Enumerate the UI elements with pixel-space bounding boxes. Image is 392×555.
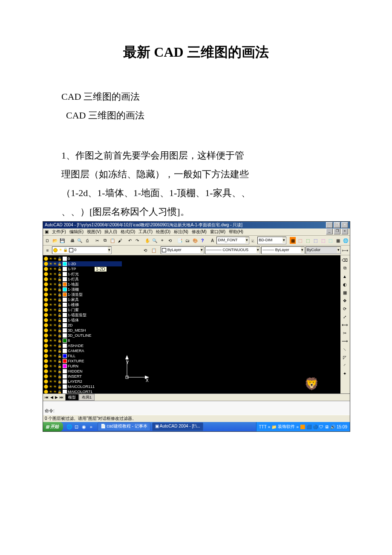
layer-row[interactable]: ☀☀🔓1-墙面造型	[43, 312, 122, 318]
menu-help[interactable]: 帮助(H)	[229, 228, 243, 235]
tray-icon-1[interactable]: 🟧	[300, 425, 305, 429]
tab-last-icon[interactable]: ⏭	[59, 395, 64, 399]
properties-icon[interactable]: 📑	[176, 237, 183, 244]
menu-format[interactable]: 格式(O)	[121, 228, 135, 235]
chamfer-icon[interactable]: ◸	[341, 353, 349, 361]
fillet-icon[interactable]: ◜	[341, 361, 349, 369]
layer-row[interactable]: ☀☀🔓1-顶棚	[43, 287, 122, 292]
tray-folder-icon[interactable]: 📁	[271, 425, 277, 429]
match-icon[interactable]: 🖌	[117, 237, 124, 244]
cut-icon[interactable]: ✂	[94, 237, 101, 244]
dimstyle-combo[interactable]: BD-DIM	[257, 237, 286, 244]
menu-tools[interactable]: 工具(T)	[138, 228, 153, 235]
tray-icon-4[interactable]: 🛡	[319, 425, 323, 429]
layer-row[interactable]: ☀☀🔓FURN	[43, 364, 122, 369]
layer-row[interactable]: ☀☀🔓FIXTURE	[43, 358, 122, 364]
zoom-prev-icon[interactable]: ⟲	[167, 237, 173, 244]
textstyle-combo[interactable]: DIM_FONT	[216, 237, 249, 244]
layer-row[interactable]: ☀☀🔓1-2D	[43, 261, 122, 266]
tray-icon-6[interactable]: 🔊	[330, 425, 335, 429]
layer-row[interactable]: ☀☀🔓HIDDEN	[43, 369, 122, 374]
layer-row[interactable]: ☀☀🔓INSERT	[43, 374, 122, 379]
maximize-button[interactable]: ❐	[334, 222, 340, 228]
layer-row[interactable]: ☀☀🔓1-TP	[43, 266, 122, 272]
layer-row[interactable]: ☀☀🔓MAICOLOR71	[43, 389, 122, 393]
layer-prev-icon[interactable]: ⟲	[142, 246, 149, 254]
tray-more-icon[interactable]: »	[268, 425, 271, 429]
extend-icon[interactable]: ⟶	[341, 337, 349, 345]
taskbar-notepad[interactable]: 📄 cad建模教程 - 记事本	[98, 422, 150, 431]
layer-row[interactable]: ☀☀🔓FILL	[43, 353, 122, 358]
array-icon[interactable]: ▦	[341, 289, 349, 296]
tab-next-icon[interactable]: ▶	[54, 395, 59, 399]
layer-row[interactable]: ☀☀🔓1-地面	[43, 282, 122, 287]
ime-indicator[interactable]: TTT	[259, 425, 267, 429]
trim-icon[interactable]: ✂	[341, 329, 349, 337]
viewport2-icon[interactable]: ⬚	[297, 237, 304, 244]
tray-group-label[interactable]: 装饰软件	[278, 424, 295, 430]
layer-row[interactable]: ☀☀🔓1-墙体	[43, 318, 122, 323]
offset-icon[interactable]: ◐	[341, 280, 349, 288]
menu-view[interactable]: 视图(V)	[87, 228, 101, 235]
print-icon[interactable]: 🖶	[69, 237, 76, 244]
lineweight-combo[interactable]: ——— ByLayer	[261, 246, 305, 254]
layers-manager-icon[interactable]: ≡	[44, 246, 51, 254]
redo-icon[interactable]: ↷	[134, 237, 141, 244]
toolpalette-icon[interactable]: 🎨	[192, 237, 199, 244]
zoom-win-icon[interactable]: ⌖	[159, 237, 166, 244]
open-icon[interactable]: 📂	[52, 237, 58, 244]
viewport4-icon[interactable]: ⬚	[312, 237, 319, 244]
minimize-button[interactable]: _	[326, 222, 333, 228]
viewport3-icon[interactable]: ⬚	[305, 237, 311, 244]
tray-icon-2[interactable]: 🟦	[306, 425, 311, 429]
tray-icon-5[interactable]: 🖥	[325, 425, 329, 429]
menu-draw[interactable]: 绘图(D)	[156, 228, 170, 235]
publish-icon[interactable]: ⎙	[84, 237, 91, 244]
move-icon[interactable]: ✥	[341, 297, 349, 304]
mdi-minimize-button[interactable]: _	[326, 228, 333, 234]
save-icon[interactable]: 💾	[59, 237, 66, 244]
close-button[interactable]: ×	[341, 222, 348, 228]
layer-combo[interactable]: ☀ 🔒 0	[52, 246, 112, 254]
viewport-icon[interactable]: ▦	[289, 237, 296, 244]
assistant-lion-icon[interactable]: 🦁	[304, 377, 319, 391]
explode-icon[interactable]: ✦	[341, 370, 349, 377]
menu-dimension[interactable]: 标注(N)	[174, 228, 188, 235]
layer-row[interactable]: ☀☀🔓1-顶造型	[43, 292, 122, 297]
layer-row[interactable]: ☀☀🔓2D	[43, 323, 122, 328]
copy2-icon[interactable]: ⧉	[341, 264, 349, 272]
designcenter-icon[interactable]: 🗂	[184, 237, 191, 244]
erase-icon[interactable]: ⌫	[341, 256, 349, 264]
pan-icon[interactable]: ✋	[144, 237, 151, 244]
command-area[interactable]: 命令:	[43, 401, 350, 415]
scale-icon[interactable]: ⤢	[341, 313, 349, 321]
quicklaunch-more-icon[interactable]: »	[88, 424, 94, 430]
copy-icon[interactable]: ⧉	[101, 237, 108, 244]
stretch-icon[interactable]: ⟷	[341, 321, 349, 329]
layer-row[interactable]: ☀☀🔓1-家具	[43, 297, 122, 302]
quicklaunch-media-icon[interactable]: ◉	[81, 424, 87, 430]
menu-file[interactable]: 文件(F)	[52, 228, 66, 235]
tab-prev-icon[interactable]: ◀	[49, 395, 54, 399]
color-combo[interactable]: ByLayer	[161, 246, 204, 254]
quicklaunch-desktop-icon[interactable]: ⊡	[74, 424, 80, 430]
layer-row[interactable]: ☀☀🔓3D_MESH	[43, 328, 122, 333]
menu-window[interactable]: 窗口(W)	[210, 228, 225, 235]
paste-icon[interactable]: 📋	[109, 237, 116, 244]
tab-first-icon[interactable]: ⏮	[44, 395, 49, 399]
layer-dropdown-panel[interactable]: 1-2D ☀☀🔓0☀☀🔓1-2D☀☀🔓1-TP☀☀🔓1-灯光☀☀🔓1-灯具☀☀🔓…	[43, 255, 122, 393]
menu-modify[interactable]: 修改(M)	[192, 228, 207, 235]
new-icon[interactable]: 🗋	[44, 237, 51, 244]
clock[interactable]: 15:09	[337, 425, 347, 429]
start-button[interactable]: ⊞ 开始	[43, 422, 63, 431]
model-space[interactable]: Y X 🦁	[122, 255, 340, 393]
viewport7-icon[interactable]: ▦	[335, 237, 342, 244]
linetype-combo[interactable]: ———— CONTINUOUS	[205, 246, 260, 254]
layer-row[interactable]: ☀☀🔓MAICOLOR111	[43, 384, 122, 389]
zoom-rt-icon[interactable]: 🔍	[152, 237, 159, 244]
mirror-icon[interactable]: ▲	[341, 272, 349, 280]
tray-more2-icon[interactable]: »	[296, 425, 299, 429]
layer-row[interactable]: ☀☀🔓ASHADE	[43, 343, 122, 348]
dimstyle-icon[interactable]: ⟀	[250, 237, 257, 244]
preview-icon[interactable]: 🔍	[76, 237, 83, 244]
